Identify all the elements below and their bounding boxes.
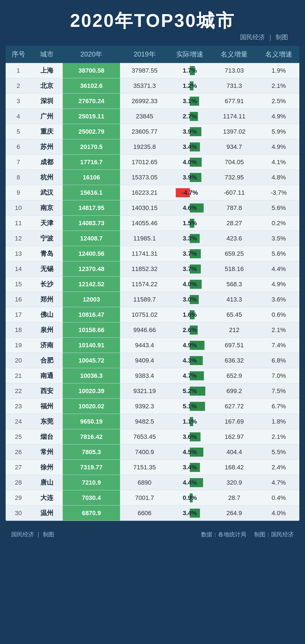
cell-nominal-speed: 3.6% xyxy=(258,292,299,307)
table-row: 23福州10020.029392.35.1%627.726.7% xyxy=(6,399,299,414)
cell-nominal-change: -607.11 xyxy=(210,185,258,200)
speed-text: 0.9% xyxy=(183,494,197,502)
cell-gdp-2020: 6870.9 xyxy=(63,506,120,521)
footer-brand: 国民经济 ｜ 制图 xyxy=(11,531,54,538)
cell-city: 天津 xyxy=(31,216,63,231)
speed-text: 4.3% xyxy=(183,357,197,364)
cell-gdp-2019: 9383.4 xyxy=(120,368,169,383)
cell-gdp-2019: 11589.7 xyxy=(120,292,169,307)
cell-nominal-change: 732.95 xyxy=(210,170,258,185)
cell-rank: 15 xyxy=(6,277,31,292)
cell-gdp-2020: 17716.7 xyxy=(63,155,120,170)
table-row: 17佛山10816.4710751.021.6%65.450.6% xyxy=(6,307,299,322)
cell-real-speed: 3.9% xyxy=(169,170,210,185)
footer-source-label: 数据：各地统计局 xyxy=(201,531,246,537)
cell-city: 合肥 xyxy=(31,353,63,368)
cell-gdp-2020: 10036.3 xyxy=(63,368,120,383)
table-row: 2北京36102.635371.31.2%731.32.1% xyxy=(6,78,299,94)
cell-gdp-2020: 7319.77 xyxy=(63,460,120,475)
cell-rank: 26 xyxy=(6,444,31,460)
cell-gdp-2020: 7805.3 xyxy=(63,444,120,460)
cell-nominal-speed: 2.1% xyxy=(258,322,299,338)
footer-brand-name: 国民经济 xyxy=(11,531,34,538)
cell-city: 苏州 xyxy=(31,139,63,155)
cell-gdp-2019: 7001.7 xyxy=(120,490,169,506)
cell-gdp-2019: 11741.31 xyxy=(120,246,169,261)
table-row: 15长沙12142.5211574.224.0%568.34.9% xyxy=(6,277,299,292)
cell-city: 南通 xyxy=(31,368,63,383)
cell-nominal-change: 28.7 xyxy=(210,490,258,506)
cell-real-speed: 1.1% xyxy=(169,414,210,429)
table-row: 12宁波12408.711985.13.3%423.63.5% xyxy=(6,231,299,246)
cell-nominal-speed: 4.9% xyxy=(258,277,299,292)
speed-text: 3.3% xyxy=(183,235,197,242)
cell-gdp-2019: 9946.66 xyxy=(120,322,169,338)
cell-city: 长沙 xyxy=(31,277,63,292)
col-nominal-speed: 名义增速 xyxy=(258,46,299,63)
cell-gdp-2020: 10020.39 xyxy=(63,383,120,399)
cell-gdp-2019: 9482.5 xyxy=(120,414,169,429)
table-row: 27徐州7319.777151.353.4%168.422.4% xyxy=(6,460,299,475)
cell-nominal-change: 697.51 xyxy=(210,338,258,353)
footer-source-maker: 制图：国民经济 xyxy=(254,531,294,537)
cell-gdp-2020: 25002.79 xyxy=(63,124,120,139)
cell-real-speed: 4.5% xyxy=(169,444,210,460)
cell-gdp-2020: 9650.19 xyxy=(63,414,120,429)
cell-nominal-change: 636.32 xyxy=(210,353,258,368)
cell-gdp-2019: 11574.22 xyxy=(120,277,169,292)
cell-nominal-change: 659.25 xyxy=(210,246,258,261)
cell-rank: 22 xyxy=(6,383,31,399)
cell-nominal-speed: 2.4% xyxy=(258,460,299,475)
col-2020: 2020年 xyxy=(63,46,120,63)
cell-nominal-change: 627.72 xyxy=(210,399,258,414)
footer-source: 数据：各地统计局 制图：国民经济 xyxy=(201,531,294,538)
cell-nominal-change: 1397.02 xyxy=(210,124,258,139)
speed-text: 4.6% xyxy=(183,204,197,212)
cell-nominal-change: 423.6 xyxy=(210,231,258,246)
cell-nominal-change: 212 xyxy=(210,322,258,338)
cell-gdp-2019: 23605.77 xyxy=(120,124,169,139)
cell-real-speed: 1.2% xyxy=(169,78,210,94)
speed-text: 3.7% xyxy=(183,265,197,273)
speed-text: 1.1% xyxy=(183,418,197,425)
cell-city: 上海 xyxy=(31,63,63,78)
cell-real-speed: 3.1% xyxy=(169,94,210,109)
cell-gdp-2020: 12142.52 xyxy=(63,277,120,292)
cell-real-speed: 4.0% xyxy=(169,155,210,170)
cell-nominal-speed: 4.1% xyxy=(258,155,299,170)
cell-nominal-change: 713.03 xyxy=(210,63,258,78)
cell-real-speed: 1.7% xyxy=(169,63,210,78)
table-row: 3深圳27670.2426992.333.1%677.912.5% xyxy=(6,94,299,109)
table-row: 7成都17716.717012.654.0%704.054.1% xyxy=(6,155,299,170)
col-city: 城市 xyxy=(31,46,63,63)
cell-gdp-2020: 12370.48 xyxy=(63,261,120,277)
cell-nominal-change: 65.45 xyxy=(210,307,258,322)
cell-real-speed: 3.9% xyxy=(169,124,210,139)
speed-text: 2.6% xyxy=(183,326,197,334)
speed-text: 3.4% xyxy=(183,509,197,517)
cell-real-speed: -4.7% xyxy=(169,185,210,200)
cell-nominal-change: 518.16 xyxy=(210,261,258,277)
cell-nominal-change: 320.9 xyxy=(210,475,258,490)
col-rank: 序号 xyxy=(6,46,31,63)
speed-text: -4.7% xyxy=(182,189,198,196)
table-row: 16郑州1200311589.73.0%413.33.6% xyxy=(6,292,299,307)
cell-city: 东莞 xyxy=(31,414,63,429)
cell-nominal-speed: 1.8% xyxy=(258,414,299,429)
cell-nominal-change: 168.42 xyxy=(210,460,258,475)
table-row: 20合肥10045.729409.44.3%636.326.8% xyxy=(6,353,299,368)
table-row: 14无锡12370.4811852.323.7%518.164.4% xyxy=(6,261,299,277)
table-row: 5重庆25002.7923605.773.9%1397.025.9% xyxy=(6,124,299,139)
cell-rank: 27 xyxy=(6,460,31,475)
cell-nominal-speed: -3.7% xyxy=(258,185,299,200)
cell-gdp-2020: 25019.11 xyxy=(63,109,120,124)
speed-text: 3.6% xyxy=(183,433,197,441)
table-row: 8杭州1610615373.053.9%732.954.8% xyxy=(6,170,299,185)
cell-nominal-speed: 7.0% xyxy=(258,368,299,383)
cell-city: 唐山 xyxy=(31,475,63,490)
cell-nominal-speed: 4.9% xyxy=(258,139,299,155)
cell-gdp-2019: 6606 xyxy=(120,506,169,521)
cell-nominal-change: 652.9 xyxy=(210,368,258,383)
cell-nominal-speed: 3.5% xyxy=(258,231,299,246)
brand-header: 国民经济 ｜ 制图 xyxy=(6,33,299,44)
